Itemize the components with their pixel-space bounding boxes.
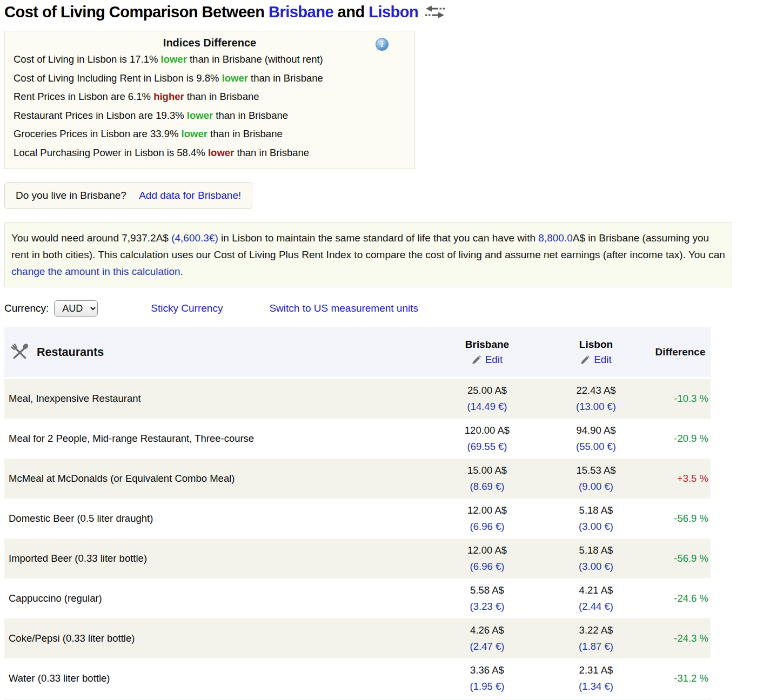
edit-lisbon-link[interactable]: Edit <box>580 354 612 366</box>
calculation-summary: You would need around 7,937.2A$ (4,600.3… <box>4 222 732 287</box>
price-aud: 3.22 A$ <box>579 622 613 638</box>
brisbane-price-cell: 15.00 A$(8.69 €) <box>432 459 542 499</box>
line-text: than in Brisbane <box>248 72 323 84</box>
restaurants-table: Restaurants Brisbane Edit Lisbon Edit Di… <box>4 327 711 700</box>
price-eur-link[interactable]: (55.00 €) <box>576 439 616 455</box>
item-name: Water (0.33 liter bottle) <box>4 658 432 698</box>
price-eur-link[interactable]: (69.55 €) <box>467 439 507 455</box>
price-eur-link[interactable]: (6.96 €) <box>470 558 505 575</box>
add-data-link[interactable]: Add data for Brisbane! <box>139 190 241 201</box>
price-eur-link[interactable]: (9.00 €) <box>579 479 613 495</box>
price-eur-link[interactable]: (14.49 €) <box>467 399 507 415</box>
change-amount-link[interactable]: change the amount in this calculation <box>11 266 180 277</box>
price-eur-link[interactable]: (8.69 €) <box>470 479 505 495</box>
title-prefix: Cost of Living Comparison Between <box>4 3 269 21</box>
table-row: Cappuccino (regular) 5.58 A$(3.23 €) 4.2… <box>4 578 711 618</box>
sentiment-word: lower <box>222 72 248 84</box>
price-aud: 4.21 A$ <box>579 582 613 598</box>
column-city-name: Brisbane <box>465 339 509 351</box>
price-eur-link[interactable]: (1.95 €) <box>470 678 505 695</box>
table-row: Water (0.33 liter bottle) 3.36 A$(1.95 €… <box>4 658 711 698</box>
price-eur-link[interactable]: (3.00 €) <box>579 519 613 535</box>
currency-toolbar: Currency: AUD Sticky Currency Switch to … <box>4 300 766 317</box>
price-eur-link[interactable]: (1.87 €) <box>579 638 613 655</box>
table-row: Imported Beer (0.33 liter bottle) 12.00 … <box>4 539 711 578</box>
price-aud: 15.00 A$ <box>467 462 507 479</box>
price-eur-link[interactable]: (2.44 €) <box>579 598 613 615</box>
brisbane-price-cell: 4.26 A$(2.47 €) <box>432 618 542 658</box>
indices-title: Indices Difference <box>9 37 410 49</box>
swap-cities-icon[interactable] <box>424 4 446 19</box>
sentiment-word: lower <box>208 147 234 158</box>
table-header: Restaurants Brisbane Edit Lisbon Edit Di… <box>4 327 711 377</box>
live-question: Do you live in Brisbane? <box>16 190 126 201</box>
city1-link[interactable]: Brisbane <box>269 3 333 21</box>
index-line-groceries: Groceries Prices in Lisbon are 33.9% low… <box>9 125 410 144</box>
section-header-restaurants: Restaurants <box>4 327 432 377</box>
difference-value: -31.2 % <box>650 658 711 698</box>
pencil-icon <box>472 355 481 365</box>
line-text: Restaurant Prices in Lisbon are 19.3% <box>14 110 187 121</box>
column-header-difference: Difference <box>650 327 711 377</box>
sentiment-word: lower <box>187 110 213 121</box>
calc-text: in Lisbon to maintain the same standard … <box>218 232 539 244</box>
lisbon-price-cell: 4.21 A$(2.44 €) <box>542 578 650 618</box>
section-title: Restaurants <box>37 346 104 359</box>
calc-text: You would need around 7,937.2A$ <box>11 232 171 244</box>
difference-value: +3.5 % <box>650 459 711 499</box>
line-text: than in Brisbane <box>234 147 309 158</box>
lisbon-price-cell: 5.18 A$(3.00 €) <box>542 539 650 578</box>
indices-difference-box: i Indices Difference Cost of Living in L… <box>4 31 415 169</box>
price-aud: 12.00 A$ <box>467 502 507 519</box>
edit-label: Edit <box>485 354 503 366</box>
line-text: than in Brisbane <box>184 91 259 102</box>
line-text: Groceries Prices in Lisbon are 33.9% <box>14 128 182 139</box>
aud-amount-link[interactable]: 8,800.0 <box>538 232 572 244</box>
line-text: than in Brisbane <box>207 128 283 139</box>
column-header-brisbane: Brisbane Edit <box>432 327 542 377</box>
price-aud: 5.18 A$ <box>579 502 613 519</box>
price-eur-link[interactable]: (13.00 €) <box>576 399 616 415</box>
edit-brisbane-link[interactable]: Edit <box>472 354 503 366</box>
column-header-lisbon: Lisbon Edit <box>542 327 650 377</box>
lisbon-price-cell: 3.22 A$(1.87 €) <box>542 618 650 658</box>
sticky-currency-link[interactable]: Sticky Currency <box>151 302 223 314</box>
column-city-name: Lisbon <box>579 339 613 351</box>
price-aud: 4.26 A$ <box>470 622 504 638</box>
sentiment-word: higher <box>153 91 184 102</box>
price-aud: 120.00 A$ <box>465 422 510 439</box>
sentiment-word: lower <box>182 128 207 139</box>
index-line-rent: Rent Prices in Lisbon are 6.1% higher th… <box>9 88 410 106</box>
price-eur-link[interactable]: (3.00 €) <box>579 558 613 575</box>
line-text: Rent Prices in Lisbon are 6.1% <box>14 91 153 102</box>
item-name: Domestic Beer (0.5 liter draught) <box>4 499 432 539</box>
price-eur-link[interactable]: (2.47 €) <box>470 638 505 655</box>
brisbane-price-cell: 3.36 A$(1.95 €) <box>432 658 542 698</box>
price-aud: 2.31 A$ <box>579 662 613 678</box>
city2-link[interactable]: Lisbon <box>369 3 418 21</box>
page: Cost of Living Comparison Between Brisba… <box>0 3 770 700</box>
switch-units-link[interactable]: Switch to US measurement units <box>269 302 418 314</box>
price-aud: 5.18 A$ <box>579 542 613 558</box>
index-line-col-incl-rent: Cost of Living Including Rent in Lisbon … <box>9 69 410 88</box>
pencil-icon <box>580 355 590 365</box>
info-icon[interactable]: i <box>376 38 389 51</box>
eur-amount-link[interactable]: (4,600.3€) <box>171 232 218 244</box>
lisbon-price-cell: 15.53 A$(9.00 €) <box>542 459 650 499</box>
line-text: than in Brisbane <box>213 110 288 121</box>
line-text: Local Purchasing Power in Lisbon is 58.4… <box>14 147 208 158</box>
price-eur-link[interactable]: (1.34 €) <box>579 678 613 695</box>
page-title: Cost of Living Comparison Between Brisba… <box>4 3 766 21</box>
price-eur-link[interactable]: (6.96 €) <box>470 519 505 535</box>
brisbane-price-cell: 12.00 A$(6.96 €) <box>432 539 542 578</box>
brisbane-price-cell: 12.00 A$(6.96 €) <box>432 499 542 539</box>
price-aud: 15.53 A$ <box>576 462 615 479</box>
item-name: Cappuccino (regular) <box>4 578 432 618</box>
price-aud: 22.43 A$ <box>576 382 615 399</box>
price-aud: 5.58 A$ <box>470 582 504 598</box>
item-name: Meal, Inexpensive Restaurant <box>4 379 432 419</box>
brisbane-price-cell: 25.00 A$(14.49 €) <box>432 379 542 419</box>
currency-select[interactable]: AUD <box>54 300 98 317</box>
price-eur-link[interactable]: (3.23 €) <box>470 598 505 615</box>
lisbon-price-cell: 22.43 A$(13.00 €) <box>542 379 650 419</box>
